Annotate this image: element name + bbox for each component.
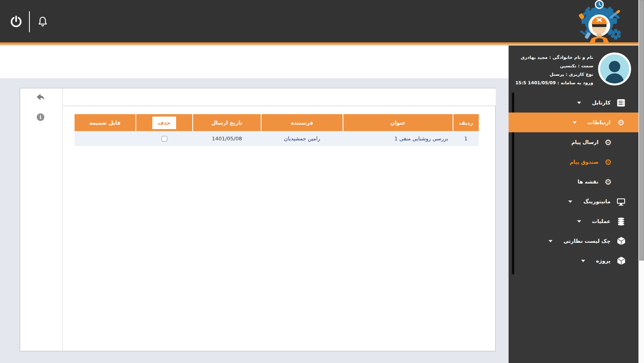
monitor-icon xyxy=(616,197,626,206)
sidebar-item-label: کارتابل xyxy=(592,100,611,106)
sidebar: نام و نام خانوادگی : مجید بهادری سمت : ت… xyxy=(509,46,638,363)
sidebar-item-maps[interactable]: ⚙ نقشه ها xyxy=(509,172,638,192)
power-icon[interactable] xyxy=(7,13,25,31)
topbar-actions xyxy=(7,10,52,33)
column-header-send-date: تاریخ ارسال xyxy=(193,114,261,131)
sidebar-item-label: پروژه xyxy=(596,258,611,264)
gear-icon: ⚙ xyxy=(616,119,626,127)
gear-icon: ⚙ xyxy=(604,138,613,146)
cell-row-number: 1 xyxy=(453,131,479,146)
chevron-down-icon xyxy=(577,102,581,104)
user-info-lines: نام و نام خانوادگی : مجید بهادری سمت : ت… xyxy=(515,52,593,87)
sidebar-item-label: چک لیست نظارتی xyxy=(563,238,611,244)
sidebar-item-label: مانیتورینگ xyxy=(583,198,611,204)
cell-delete xyxy=(136,131,193,146)
main-content-region: ارتباطات صندوق پیام لیست i xyxy=(0,47,509,363)
sidebar-item-send-message[interactable]: ⚙ ارسال پیام xyxy=(509,132,638,152)
cartable-list-icon xyxy=(616,98,626,107)
sidebar-menu: کارتابل ⚙ ارتباطات ⚙ ارسال پیام ⚙ صندوق … xyxy=(509,93,638,271)
avatar xyxy=(598,52,631,86)
delete-checkbox[interactable] xyxy=(162,136,167,142)
cell-attachment xyxy=(75,131,136,146)
cube-icon xyxy=(616,236,626,246)
gear-icon: ⚙ xyxy=(604,178,613,186)
info-circle-icon[interactable]: i xyxy=(37,113,44,121)
cell-sender: رامین جمشیدیان xyxy=(261,131,343,146)
sidebar-item-message-inbox[interactable]: ⚙ صندوق پیام xyxy=(509,152,638,172)
topbar-divider xyxy=(29,11,30,32)
communications-submenu: ⚙ ارسال پیام ⚙ صندوق پیام ⚙ نقشه ها xyxy=(509,132,638,192)
topbar xyxy=(0,0,644,42)
chevron-down-icon xyxy=(581,260,585,262)
table-header-row: ردیف عنوان فرستنده تاریخ ارسال حذف فایل … xyxy=(75,114,479,131)
sidebar-item-monitoring[interactable]: مانیتورینگ xyxy=(509,192,638,211)
user-position: سمت : تکنسین xyxy=(515,62,593,70)
back-arrow-icon[interactable] xyxy=(35,93,46,102)
chevron-down-icon xyxy=(573,121,577,124)
column-header-title: عنوان xyxy=(343,114,453,131)
sidebar-item-cartable[interactable]: کارتابل xyxy=(509,93,638,113)
column-header-delete: حذف xyxy=(136,114,193,131)
gear-icon: ⚙ xyxy=(604,158,613,166)
user-type: نوع کاربری : پرسنل xyxy=(515,70,593,79)
sidebar-item-communications[interactable]: ⚙ ارتباطات xyxy=(509,113,638,132)
message-list-card: i ردیف عنوان فرستنده تاریخ ارسال حذف xyxy=(20,88,496,351)
sidebar-item-label: نقشه ها xyxy=(578,179,598,185)
notification-bell-icon[interactable] xyxy=(34,13,52,31)
chevron-down-icon xyxy=(577,220,581,223)
chevron-down-icon xyxy=(568,200,572,203)
cell-message-title[interactable]: بررسی روشنایی منفی 1 xyxy=(343,131,453,146)
table-row: 1 بررسی روشنایی منفی 1 رامین جمشیدیان 14… xyxy=(75,131,479,146)
cube-icon xyxy=(616,256,626,265)
sidebar-item-label: صندوق پیام xyxy=(570,159,598,165)
sidebar-item-label: عملیات xyxy=(592,218,611,224)
database-icon xyxy=(616,217,626,226)
user-fullname: نام و نام خانوادگی : مجید بهادری xyxy=(515,53,593,62)
user-login-time: ورود به سامانه : 1401/05/09 15:5 xyxy=(515,79,593,87)
page-scrollbar[interactable] xyxy=(638,0,644,363)
card-side-toolbar: i xyxy=(20,88,63,351)
messages-table-wrap: ردیف عنوان فرستنده تاریخ ارسال حذف فایل … xyxy=(75,114,479,146)
messages-table: ردیف عنوان فرستنده تاریخ ارسال حذف فایل … xyxy=(75,114,479,146)
column-header-row-number: ردیف xyxy=(453,114,479,131)
sidebar-item-label: ارسال پیام xyxy=(571,139,598,145)
column-header-attachment: فایل ضمیمه xyxy=(75,114,136,131)
user-info-panel: نام و نام خانوادگی : مجید بهادری سمت : ت… xyxy=(509,46,638,93)
technician-gear-mascot-logo xyxy=(575,0,623,43)
accent-strip xyxy=(0,42,644,46)
cell-send-date: 1401/05/08 xyxy=(193,131,261,146)
column-header-sender: فرستنده xyxy=(261,114,343,131)
sidebar-item-label: ارتباطات xyxy=(588,119,611,125)
page-scrollbar-thumb[interactable] xyxy=(639,0,644,261)
sidebar-item-project[interactable]: پروژه xyxy=(509,251,638,271)
delete-button[interactable]: حذف xyxy=(152,117,177,129)
chevron-down-icon xyxy=(548,240,553,242)
table-toolbar xyxy=(63,88,496,106)
sidebar-item-operations[interactable]: عملیات xyxy=(509,211,638,231)
sidebar-item-supervisory-checklist[interactable]: چک لیست نظارتی xyxy=(509,231,638,251)
breadcrumb-band xyxy=(0,47,509,78)
